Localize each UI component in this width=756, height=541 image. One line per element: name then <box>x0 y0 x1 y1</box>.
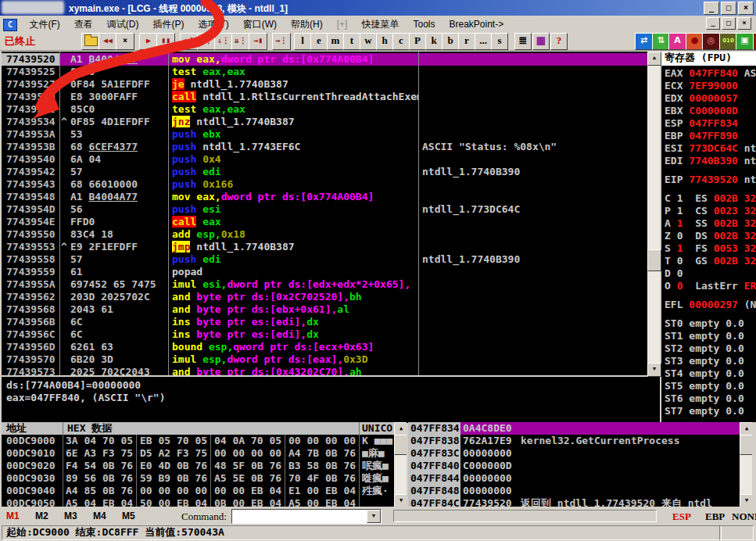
plugin-window-icon[interactable]: ▣ <box>736 33 754 50</box>
dump-row[interactable]: 00DC9050A5 04 EB 0450 00 EB 040B 00 EB 0… <box>2 497 394 507</box>
pane-shortcut-P-button[interactable]: P <box>409 33 426 50</box>
disasm-row[interactable]: 77439520A1 B4004A77mov eax,dword ptr ds:… <box>2 53 647 66</box>
scroll-thumb[interactable] <box>647 249 661 271</box>
scroll-down-icon[interactable]: ▼ <box>647 363 661 377</box>
maximize-button[interactable]: □ <box>721 2 736 15</box>
disasm-row[interactable]: 7743954368 66010000push 0x166 <box>2 178 647 191</box>
pane-shortcut-dots-button[interactable]: ... <box>475 33 492 50</box>
dump-row[interactable]: 00DC9020F4 54 0B 76E0 4D 0B 7648 5F 0B 7… <box>2 460 394 472</box>
disassembly-pane[interactable]: 77439520A1 B4004A77mov eax,dword ptr ds:… <box>2 52 647 375</box>
memory-tab-m5[interactable]: M5 <box>122 511 135 521</box>
memory-tab-m2[interactable]: M2 <box>35 511 48 521</box>
dump-row[interactable]: 00DC90003A 04 70 05EB 05 70 0504 0A 70 0… <box>2 435 394 447</box>
memory-tab-m4[interactable]: M4 <box>93 511 106 521</box>
dump-scrollbar[interactable]: ▲ ▼ <box>394 422 407 507</box>
disasm-row[interactable]: 7743956C6Cins byte ptr es:[edi],dx <box>2 328 647 341</box>
disasm-row[interactable]: 7743953285C0test eax,eax <box>2 103 647 116</box>
stack-row[interactable]: 047FF838762A17E9kernel32.GetCurrentProce… <box>408 435 740 447</box>
pane-shortcut-s-button[interactable]: s <box>491 33 508 50</box>
mdi-child-icon[interactable]: C <box>3 19 17 31</box>
scroll-down-icon[interactable]: ▼ <box>740 494 752 507</box>
disasm-row[interactable]: 7743955961popad <box>2 266 647 278</box>
stack-pane[interactable]: 047FF8340A4C8DE0047FF838762A17E9kernel32… <box>408 422 752 507</box>
disasm-row[interactable]: 7743953A53push ebx <box>2 128 647 141</box>
memory-tab-m3[interactable]: M3 <box>64 511 77 521</box>
dump-row[interactable]: 00DC903089 56 0B 7659 B9 0B 76A5 5E 0B 7… <box>2 472 394 485</box>
pane-shortcut-m-button[interactable]: m <box>327 33 344 50</box>
plugin-updown-icon[interactable]: ⇅ <box>652 33 670 50</box>
scroll-thumb[interactable] <box>394 435 407 455</box>
plugin-dot-icon[interactable]: ● <box>686 33 704 50</box>
menu-item[interactable]: 插件(P) <box>145 16 191 31</box>
pane-shortcut-w-button[interactable]: w <box>360 33 377 50</box>
stack-row[interactable]: 047FF83C00000000 <box>408 447 740 460</box>
pane-shortcut-h-button[interactable]: h <box>376 33 393 50</box>
restart-button[interactable]: ◀◀ <box>99 33 117 50</box>
menu-item[interactable]: 窗口(W) <box>236 16 284 31</box>
mdi-minimize-button[interactable]: _ <box>706 17 720 30</box>
disasm-scrollbar[interactable]: ▲ ▼ <box>647 52 660 375</box>
stack-row[interactable]: 047FF84800000000 <box>408 485 740 497</box>
menu-item[interactable]: BreakPoint-> <box>442 16 511 32</box>
help-button[interactable]: ? <box>550 33 568 50</box>
disasm-row[interactable]: 77439562203D 2025702Cand byte ptr ds:[0x… <box>2 291 647 303</box>
execute-till-return-button[interactable]: →▮ <box>249 33 267 50</box>
menu-item[interactable]: 文件(F) <box>22 16 66 31</box>
pane-shortcut-b-button[interactable]: b <box>442 33 459 50</box>
stack-row[interactable]: 047FF8340A4C8DE0 <box>408 422 740 435</box>
stack-row[interactable]: 047FF84C77439520返回到 ntdll_1.77439520 来自 … <box>408 497 740 507</box>
disasm-row[interactable]: 774395682043 61and byte ptr ds:[ebx+0x61… <box>2 303 647 316</box>
log-window-button[interactable]: ≣ <box>514 33 532 50</box>
command-input[interactable]: ▼ <box>231 509 382 524</box>
disasm-row[interactable]: 7743955857push edintdll_1.7740B390 <box>2 253 647 266</box>
menu-item[interactable]: 查看 <box>67 16 100 31</box>
pane-shortcut-t-button[interactable]: t <box>343 33 360 50</box>
registers-pane[interactable]: 寄存器 (FPU) EAX 047FF840 ASECX 7EF99000EDX… <box>661 52 756 422</box>
disasm-row[interactable]: 7743954EFFD0call eax <box>2 216 647 228</box>
step-into-button[interactable]: ↓⋮ <box>180 33 199 50</box>
menu-item[interactable]: Tools <box>406 16 442 32</box>
windows-button[interactable]: ▦ <box>532 33 550 50</box>
run-button[interactable]: ▶ <box>139 33 158 50</box>
disasm-row[interactable]: 77439553^E9 2F1EFDFFjmp ntdll_1.7740B387 <box>2 241 647 253</box>
plugin-binary-icon[interactable]: 010 <box>719 33 737 50</box>
pane-shortcut-r-button[interactable]: r <box>458 33 475 50</box>
memory-dump-pane[interactable]: 地址 HEX 数据 UNICO 00DC90003A 04 70 05EB 05… <box>2 422 407 507</box>
close-button[interactable]: × <box>738 2 754 15</box>
stack-scrollbar[interactable]: ▲ ▼ <box>740 422 752 507</box>
mode-label-none[interactable]: NONE <box>732 511 756 523</box>
mdi-close-button[interactable]: × <box>737 17 751 30</box>
pane-shortcut-k-button[interactable]: k <box>425 33 442 50</box>
stack-row[interactable]: 047FF840C000000D <box>408 460 740 472</box>
disasm-row[interactable]: 7743952DE8 3000FAFFcall ntdll_1.RtlIsCur… <box>2 91 647 103</box>
scroll-down-icon[interactable]: ▼ <box>394 494 407 507</box>
mdi-restore-button[interactable]: □ <box>722 17 736 30</box>
disasm-row[interactable]: 7743952585C0test eax,eax <box>2 66 647 78</box>
pane-shortcut-l-button[interactable]: l <box>294 33 311 50</box>
memory-tab-m1[interactable]: M1 <box>6 511 20 521</box>
menu-item[interactable]: 选项(T) <box>191 16 235 31</box>
dropdown-arrow-icon[interactable]: ▼ <box>367 510 381 523</box>
animate-into-button[interactable]: ⇓⋮ <box>214 33 233 50</box>
disasm-row[interactable]: 7743954D56push esintdll_1.773DC64C <box>2 203 647 216</box>
disasm-row[interactable]: 7743956D6261 63bound esp,qword ptr ds:[e… <box>2 341 647 353</box>
disasm-row[interactable]: 77439527^0F84 5A1EFDFFje ntdll_1.7740B38… <box>2 78 647 91</box>
mode-label-ebp[interactable]: EBP <box>705 511 725 523</box>
disasm-row[interactable]: 7743955A697452 65 7475imul esi,dword ptr… <box>2 278 647 291</box>
plugin-a-icon[interactable]: A <box>668 33 686 50</box>
open-file-button[interactable] <box>81 33 100 50</box>
scroll-up-icon[interactable]: ▲ <box>647 52 661 66</box>
menu-item[interactable]: 帮助(H) <box>284 16 330 31</box>
plugin-swap-icon[interactable]: ⇄ <box>635 33 653 50</box>
disasm-row[interactable]: 77439548A1 B4004A77mov eax,dword ptr ds:… <box>2 191 647 203</box>
menu-item[interactable]: 调试(D) <box>100 16 146 31</box>
disasm-row[interactable]: 774395706B20 3Dimul esp,dword ptr ds:[ea… <box>2 353 647 366</box>
disasm-row[interactable]: 7743953B68 6CEF4377push ntdll_1.7743EF6C… <box>2 141 647 153</box>
disasm-row[interactable]: 7743954257push edintdll_1.7740B390 <box>2 166 647 178</box>
pane-shortcut-e-button[interactable]: e <box>310 33 328 50</box>
menu-item[interactable]: 快捷菜单 <box>354 16 406 31</box>
scroll-thumb[interactable] <box>740 435 752 455</box>
minimize-button[interactable]: _ <box>704 2 719 15</box>
pause-button[interactable]: ▮▮ <box>156 33 175 50</box>
disasm-row[interactable]: 774395406A 04push 0x4 <box>2 153 647 166</box>
